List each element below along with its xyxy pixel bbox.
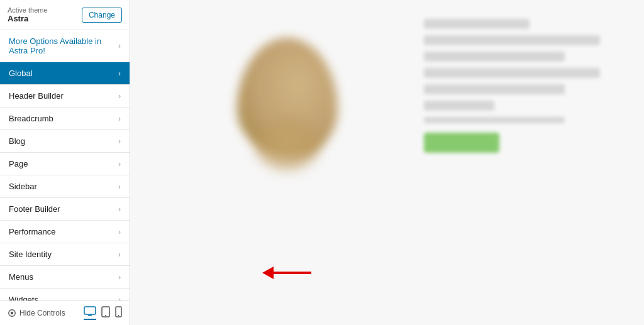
nav-label-page: Page: [9, 159, 28, 168]
nav-label-header-builder: Header Builder: [9, 91, 64, 101]
change-theme-button[interactable]: Change: [82, 8, 122, 23]
chevron-right-icon: ›: [118, 250, 121, 259]
nav-label-performance: Performance: [9, 227, 55, 236]
nav-label-blog: Blog: [9, 136, 25, 146]
svg-rect-2: [84, 307, 96, 314]
svg-point-6: [105, 315, 106, 316]
nav-item-performance[interactable]: Performance ›: [0, 221, 130, 243]
chevron-right-icon: ›: [118, 205, 121, 214]
blur-line-6: [424, 101, 494, 111]
svg-point-1: [11, 312, 13, 314]
nav-item-footer-builder[interactable]: Footer Builder ›: [0, 198, 130, 221]
tablet-icon[interactable]: [101, 306, 110, 320]
preview-image-blur: [225, 25, 350, 163]
chevron-right-icon: ›: [118, 160, 121, 168]
chevron-right-icon: ›: [118, 182, 121, 191]
nav-item-blog[interactable]: Blog ›: [0, 130, 130, 153]
promo-label: More Options Available in Astra Pro!: [9, 36, 118, 55]
blur-button: [424, 133, 499, 153]
theme-name: Astra: [8, 14, 48, 23]
nav-label-global: Global: [9, 69, 33, 78]
hide-controls-label: Hide Controls: [19, 309, 65, 317]
chevron-right-icon: ›: [118, 69, 121, 78]
preview-text-blur: [424, 19, 600, 153]
sidebar-bottom-bar: Hide Controls: [0, 300, 130, 325]
nav-item-site-identity[interactable]: Site Identity ›: [0, 243, 130, 266]
nav-item-breadcrumb[interactable]: Breadcrumb ›: [0, 107, 130, 130]
svg-point-8: [118, 315, 119, 316]
nav-item-page[interactable]: Page ›: [0, 153, 130, 175]
theme-info: Active theme Astra: [8, 6, 48, 23]
nav-label-sidebar: Sidebar: [9, 182, 37, 191]
blur-line-1: [424, 19, 530, 29]
nav-item-header-builder[interactable]: Header Builder ›: [0, 85, 130, 107]
customizer-sidebar: Active theme Astra Change More Options A…: [0, 0, 130, 325]
eye-icon: [8, 309, 16, 317]
chevron-right-icon: ›: [118, 295, 121, 301]
mobile-icon[interactable]: [115, 306, 122, 320]
hide-controls-button[interactable]: Hide Controls: [8, 309, 65, 317]
nav-item-sidebar[interactable]: Sidebar ›: [0, 175, 130, 198]
blur-line-7: [424, 117, 565, 123]
chevron-right-icon: ›: [118, 137, 121, 146]
arrow-line: [274, 272, 311, 274]
blur-line-3: [424, 52, 565, 62]
nav-label-footer-builder: Footer Builder: [9, 204, 60, 214]
desktop-icon[interactable]: [84, 306, 96, 320]
nav-item-global[interactable]: Global ›: [0, 62, 130, 85]
blur-line-5: [424, 84, 565, 94]
device-icons: [84, 306, 122, 320]
blur-line-4: [424, 68, 600, 78]
arrow-head: [262, 267, 274, 279]
nav-item-menus[interactable]: Menus ›: [0, 266, 130, 289]
chevron-right-icon: ›: [118, 41, 121, 50]
preview-area: [130, 0, 644, 325]
blur-line-2: [424, 35, 600, 45]
nav-label-breadcrumb: Breadcrumb: [9, 114, 53, 123]
theme-label: Active theme: [8, 6, 48, 14]
chevron-right-icon: ›: [118, 273, 121, 282]
nav-list: More Options Available in Astra Pro! › G…: [0, 30, 130, 300]
chevron-right-icon: ›: [118, 228, 121, 236]
nav-label-widgets: Widgets: [9, 295, 38, 300]
nav-label-site-identity: Site Identity: [9, 250, 52, 259]
theme-section: Active theme Astra Change: [0, 0, 130, 30]
nav-label-menus: Menus: [9, 272, 33, 282]
chevron-right-icon: ›: [118, 114, 121, 123]
nav-item-widgets[interactable]: Widgets ›: [0, 289, 130, 300]
preview-frame: [130, 0, 644, 325]
nav-item-promo[interactable]: More Options Available in Astra Pro! ›: [0, 30, 130, 62]
chevron-right-icon: ›: [118, 92, 121, 101]
blob-chin: [256, 119, 319, 170]
red-arrow-indicator: [262, 267, 311, 279]
